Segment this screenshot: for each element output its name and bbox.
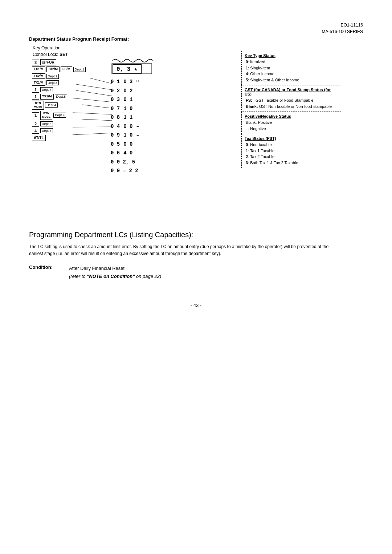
key-type-0: 0: Itemized <box>246 59 338 65</box>
key-row-10: 4 Dept.6 <box>32 128 86 134</box>
info-section-gst: GST (for CANADA) or Food Stamp Status (f… <box>241 85 341 112</box>
tax-3: 3: Both Tax 1 & Tax 2 Taxable <box>246 160 338 166</box>
control-lock-value: SET <box>60 52 68 57</box>
key-row-3: TX2/M Dept.2 <box>32 73 86 79</box>
condition-bold: "NOTE on Condition" <box>87 274 135 279</box>
tax-0: 0: Non-taxable <box>246 142 338 148</box>
condition-text: After Daily Financial Reset (refer to "N… <box>69 264 161 280</box>
gst-items: FS: GST Taxable or Food Stampable Blank:… <box>245 97 338 109</box>
prog-title-bold: Programming Department LCs <box>29 231 127 239</box>
receipt-line-3: 0 3 0 1 <box>111 95 139 104</box>
key-row-2: TX1/M TX2/M FS/M Dept.1 <box>32 66 86 72</box>
key-dept8: Dept.8 <box>55 94 68 99</box>
header-info: EO1-11116 MA-516-100 SERIES <box>322 22 363 35</box>
code-04: 0 4 <box>111 122 120 131</box>
tax-1: 1: Tax 1 Taxable <box>246 148 338 154</box>
tax-title: Tax Status (PST) <box>245 136 338 141</box>
svg-line-5 <box>82 105 112 108</box>
key-type-items: 0: Itemized 1: Single-item 4: Other Inco… <box>245 59 338 83</box>
doc-number: EO1-11116 <box>322 22 363 28</box>
info-section-key-type: Key Type Status 0: Itemized 1: Single-it… <box>241 51 341 85</box>
key-operation-label: Key Operation <box>33 45 61 50</box>
key-1-c: 1 <box>32 112 39 118</box>
gst-title: GST (for CANADA) or Food Stamp Status (f… <box>245 88 338 96</box>
key-3: 3 <box>32 60 39 65</box>
prog-desc: The LC setting is used to check an amoun… <box>29 243 341 257</box>
key-dept4: Dept.4 <box>45 102 58 108</box>
code-10b: 1 0 <box>123 131 132 140</box>
key-dept2: Dept.2 <box>46 74 59 79</box>
posneg-dash: –: Negative <box>246 126 338 132</box>
receipt-line-6: 0 4 0 0 – <box>111 122 139 131</box>
code-07: 0 7 <box>111 104 120 113</box>
section-title: Department Status Program Receipt Format… <box>29 36 363 42</box>
key-dept5: Dept.5 <box>40 121 53 126</box>
key-row-5: 1 Dept.7 <box>32 87 86 93</box>
key-tx1m-2: TX1/M <box>32 80 45 86</box>
key-tx2m-1: TX2/M <box>46 66 60 72</box>
key-row-6: 1 TX1/M Dept.8 <box>32 94 86 100</box>
condition-line1: After Daily Financial Reset <box>69 264 161 272</box>
code-02a: 0 2 <box>111 86 120 96</box>
code-09: 0 9 <box>111 131 120 140</box>
key-tx1m-3: TX1/M <box>40 94 54 100</box>
info-section-tax: Tax Status (PST) 0: Non-taxable 1: Tax 1… <box>241 134 341 168</box>
key-4: 4 <box>32 128 39 134</box>
receipt-lines-area: 0 1 0 3 ☐ 0 2 0 2 0 3 0 1 0 7 1 0 0 8 1 … <box>111 77 139 175</box>
posneg-blank: Blank: Positive <box>246 120 338 126</box>
code-40: 4 0 <box>123 149 132 158</box>
key-row-9: 2 Dept.5 <box>32 121 86 127</box>
key-type-title: Key Type Status <box>245 53 338 58</box>
control-lock-label: Control Lock: SET <box>33 52 68 57</box>
code-10a: 1 0 <box>123 104 132 113</box>
gst-fs: FS: GST Taxable or Food Stampable <box>246 97 338 104</box>
prog-section: Programming Department LCs (Listing Capa… <box>29 231 363 281</box>
code-03a: 0 3 <box>111 95 120 104</box>
posneg-items: Blank: Positive –: Negative <box>245 120 338 132</box>
key-row-7: RTNMDSE Dept.4 <box>32 101 86 110</box>
key-tx2m-2: TX2/M <box>32 73 45 79</box>
tax-items: 0: Non-taxable 1: Tax 1 Taxable 2: Tax 2… <box>245 142 338 166</box>
posneg-title: Positive/Negative Status <box>245 114 338 118</box>
condition-line2: (refer to "NOTE on Condition" on page 22… <box>69 272 161 280</box>
key-atfor: @/FOR <box>40 59 56 65</box>
key-dept6: Dept.6 <box>40 128 53 133</box>
key-1-b: 1 <box>32 94 39 100</box>
key-2: 2 <box>32 121 39 127</box>
display-value: 0, 3 ★ <box>113 64 142 74</box>
keys-column: 3 @/FOR TX1/M TX2/M FS/M Dept.1 TX2/M De… <box>32 59 86 141</box>
code-01: 0 1 <box>111 77 120 86</box>
code-k1: ☐ <box>136 77 139 86</box>
code-02b: 0 2 <box>123 86 132 96</box>
code-0025: 0 0 2, 5 <box>111 159 135 165</box>
diagram-container: Key Operation Control Lock: SET 3 @/FOR … <box>29 45 341 220</box>
receipt-line-8: 0 5 0 0 <box>111 140 139 149</box>
receipt-line-2: 0 2 0 2 <box>111 86 139 96</box>
key-type-4: 4: Other Income <box>246 71 338 77</box>
receipt-line-7: 0 9 1 0 – <box>111 131 139 140</box>
receipt-line-1: 0 1 0 3 ☐ <box>111 77 139 86</box>
code-06: 0 6 <box>111 149 120 158</box>
key-row-11: AT/TL <box>32 135 86 141</box>
svg-line-7 <box>82 119 112 121</box>
condition-label: Condition: <box>29 264 62 280</box>
key-type-1: 1: Single-item <box>246 65 338 71</box>
condition-row: Condition: After Daily Financial Reset (… <box>29 264 363 280</box>
key-attl: AT/TL <box>32 135 46 141</box>
info-box: Key Type Status 0: Itemized 1: Single-it… <box>241 51 341 168</box>
page-number: - 43 - <box>29 303 363 308</box>
key-type-5: 5: Single-item & Other Income <box>246 77 338 83</box>
key-row-1: 3 @/FOR <box>32 59 86 65</box>
key-dept1: Dept.1 <box>73 67 86 72</box>
key-1-a: 1 <box>32 87 39 93</box>
receipt-line-4: 0 7 1 0 <box>111 104 139 113</box>
code-dash2: – <box>136 131 139 140</box>
code-09-22: 0 9 – 2 2 <box>111 168 138 174</box>
key-dept7: Dept.7 <box>40 87 53 92</box>
prog-title-normal: (Listing Capacities): <box>130 231 193 239</box>
tax-2: 2: Tax 2 Taxable <box>246 154 338 160</box>
info-section-posneg: Positive/Negative Status Blank: Positive… <box>241 112 341 134</box>
key-rtn-mdse-2: RTNMDSE <box>40 111 52 120</box>
key-row-8: 1 RTNMDSE Dept.9 <box>32 111 86 120</box>
key-tx1m-1: TX1/M <box>32 66 45 72</box>
